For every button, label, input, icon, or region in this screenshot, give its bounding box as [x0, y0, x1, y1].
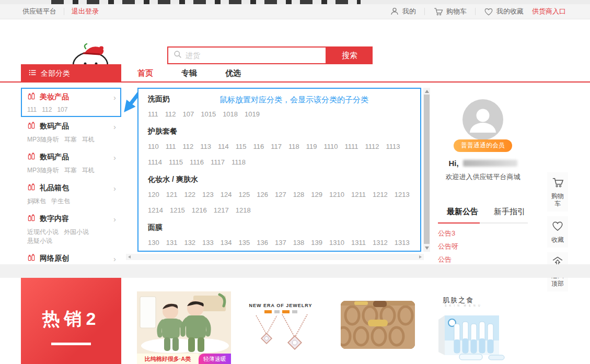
- subcategory-link[interactable]: 1019: [245, 107, 260, 122]
- subcategory-link[interactable]: 118: [288, 139, 299, 155]
- sidebar-category[interactable]: 美妆产品›111112107: [21, 88, 121, 117]
- subcategory-link[interactable]: 111: [148, 107, 158, 122]
- subcategory-link[interactable]: 1214: [148, 203, 163, 218]
- subcategory-link[interactable]: 127: [275, 187, 286, 203]
- subcategory-link[interactable]: 耳机: [82, 135, 95, 144]
- subcategory-link[interactable]: 1113: [386, 139, 400, 155]
- subcategory-link[interactable]: 1313: [395, 235, 410, 251]
- vertical-scrollbar-thumb[interactable]: [424, 95, 430, 244]
- subcategory-link[interactable]: 1117: [211, 155, 225, 170]
- nav-tab-0[interactable]: 首页: [137, 68, 153, 78]
- subcategory-link[interactable]: 耳塞: [64, 135, 77, 144]
- announcement-link[interactable]: 公告3: [438, 229, 528, 238]
- hot-sale-banner[interactable]: 热销2: [21, 278, 121, 364]
- subcategory-link[interactable]: 1210: [329, 187, 344, 203]
- subcategory-link[interactable]: 1112: [365, 139, 379, 155]
- subcategory-link[interactable]: 悬疑小说: [27, 237, 52, 245]
- scroll-right-arrow[interactable]: [419, 255, 422, 259]
- subcategory-link[interactable]: 1218: [236, 203, 251, 218]
- horizontal-scrollbar[interactable]: [126, 254, 424, 260]
- subcategory-link[interactable]: 139: [311, 235, 322, 251]
- favorites-link[interactable]: 我的收藏: [484, 7, 524, 16]
- my-account-link[interactable]: 我的: [390, 7, 416, 16]
- avatar[interactable]: [462, 99, 503, 140]
- subcategory-link[interactable]: MP3随身听: [27, 135, 59, 144]
- subcategory-link[interactable]: 119: [306, 139, 317, 155]
- subcategory-link[interactable]: 133: [202, 235, 214, 251]
- subcategory-link[interactable]: 117: [271, 139, 282, 155]
- product-image-skincare[interactable]: 肌肤之食 S K I N M E N U: [427, 287, 511, 363]
- subcategory-link[interactable]: 137: [275, 235, 286, 251]
- subcategory-link[interactable]: 1018: [223, 107, 238, 122]
- subcategory-link[interactable]: 111: [27, 106, 37, 113]
- subcategory-link[interactable]: 耳机: [82, 166, 95, 175]
- announcement-link[interactable]: 公告: [438, 255, 528, 264]
- tab-beginner-guide[interactable]: 新手指引: [494, 207, 525, 222]
- supplier-entry-link[interactable]: 供货商入口: [532, 7, 566, 16]
- logout-link[interactable]: 退出登录: [72, 7, 99, 16]
- subcategory-link[interactable]: 1110: [323, 139, 338, 155]
- sidebar-category[interactable]: 数字内容›近现代小说外国小说悬疑小说: [21, 209, 121, 249]
- scroll-left-arrow[interactable]: [128, 255, 131, 259]
- product-image-wallet[interactable]: [341, 301, 415, 349]
- subcategory-link[interactable]: 1212: [373, 187, 388, 203]
- cart-link[interactable]: 购物车: [433, 7, 467, 16]
- subcategory-link[interactable]: 110: [148, 139, 159, 155]
- subcategory-link[interactable]: 近现代小说: [27, 228, 59, 237]
- subcategory-link[interactable]: 123: [202, 187, 214, 203]
- product-image-jewelry[interactable]: NEW ERA OF JEWELRY: [247, 296, 315, 362]
- float-cart-button[interactable]: 购物车: [547, 172, 568, 212]
- subcategory-link[interactable]: 116: [253, 139, 264, 155]
- subcategory-link[interactable]: 107: [57, 106, 67, 113]
- scroll-up-arrow[interactable]: [425, 90, 429, 93]
- subcategory-link[interactable]: 1310: [329, 235, 344, 251]
- subcategory-link[interactable]: 121: [166, 187, 178, 203]
- subcategory-link[interactable]: 1015: [201, 107, 216, 122]
- subcategory-link[interactable]: 112: [165, 107, 176, 122]
- subcategory-link[interactable]: 学生包: [51, 197, 70, 206]
- subcategory-link[interactable]: 1215: [170, 203, 185, 218]
- subcategory-link[interactable]: 112: [183, 139, 194, 155]
- subcategory-link[interactable]: 1213: [395, 187, 410, 203]
- product-image-kids-clothing[interactable]: 比纯棉好很多·A类 轻薄速暖: [137, 291, 231, 364]
- subcategory-link[interactable]: 131: [166, 235, 178, 251]
- subcategory-link[interactable]: 135: [239, 235, 250, 251]
- subcategory-link[interactable]: 107: [183, 107, 194, 122]
- subcategory-link[interactable]: 1217: [214, 203, 229, 218]
- subcategory-link[interactable]: 1115: [169, 155, 183, 170]
- subcategory-link[interactable]: 124: [221, 187, 232, 203]
- subcategory-link[interactable]: 128: [293, 187, 305, 203]
- subcategory-link[interactable]: 134: [221, 235, 232, 251]
- subcategory-link[interactable]: 129: [311, 187, 322, 203]
- subcategory-link[interactable]: 1211: [351, 187, 366, 203]
- search-input[interactable]: [186, 51, 326, 60]
- subcategory-link[interactable]: 138: [293, 235, 305, 251]
- subcategory-link[interactable]: 1118: [232, 155, 246, 170]
- subcategory-link[interactable]: 外国小说: [64, 228, 89, 237]
- subcategory-link[interactable]: 1114: [148, 155, 162, 170]
- subcategory-link[interactable]: 122: [184, 187, 195, 203]
- subcategory-link[interactable]: 妈咪包: [27, 197, 46, 206]
- subcategory-link[interactable]: 113: [200, 139, 211, 155]
- sidebar-category[interactable]: 数码产品›MP3随身听耳塞耳机: [21, 117, 121, 148]
- subcategory-link[interactable]: 115: [236, 139, 247, 155]
- subcategory-link[interactable]: MP3随身听: [27, 166, 59, 175]
- subcategory-link[interactable]: 120: [148, 187, 159, 203]
- subcategory-link[interactable]: 111: [166, 139, 176, 155]
- subcategory-link[interactable]: 1116: [190, 155, 204, 170]
- subcategory-link[interactable]: 130: [148, 235, 159, 251]
- subcategory-link[interactable]: 1312: [373, 235, 388, 251]
- search-button[interactable]: 搜索: [327, 46, 373, 64]
- subcategory-link[interactable]: 1311: [351, 235, 366, 251]
- subcategory-link[interactable]: 1216: [192, 203, 207, 218]
- subcategory-link[interactable]: 136: [257, 235, 268, 251]
- all-categories-button[interactable]: 全部分类: [21, 64, 121, 83]
- vertical-scrollbar[interactable]: [423, 88, 430, 252]
- subcategory-link[interactable]: 126: [257, 187, 268, 203]
- subcategory-link[interactable]: 耳塞: [64, 166, 77, 175]
- subcategory-link[interactable]: 125: [239, 187, 250, 203]
- nav-tab-2[interactable]: 优选: [225, 68, 241, 78]
- subcategory-link[interactable]: 132: [184, 235, 195, 251]
- sidebar-category[interactable]: 数码产品›MP3随身听耳塞耳机: [21, 148, 121, 179]
- subcategory-link[interactable]: 1111: [344, 139, 358, 155]
